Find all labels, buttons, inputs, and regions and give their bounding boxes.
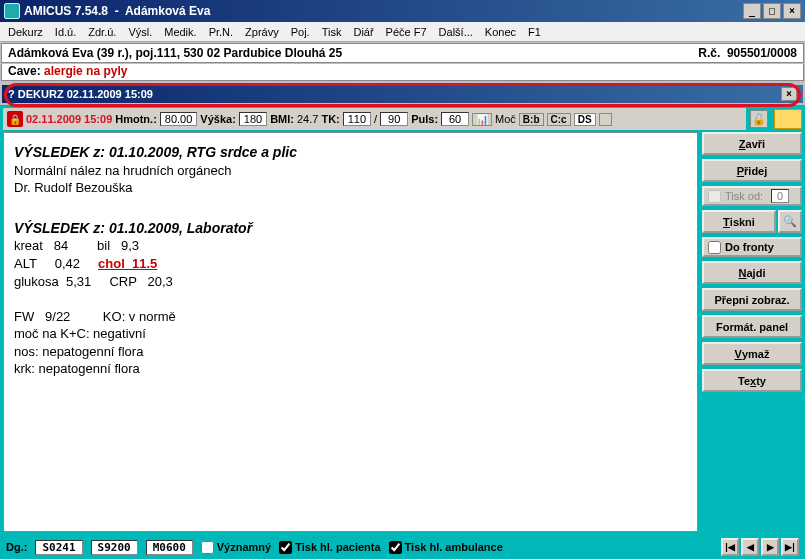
dg1-field[interactable]: S0241 <box>35 540 82 555</box>
vyska-field[interactable]: 180 <box>239 112 267 126</box>
menu-diar[interactable]: Diář <box>353 26 373 38</box>
menu-idu[interactable]: Id.ú. <box>55 26 76 38</box>
zavri-button[interactable]: Zavři <box>702 132 802 155</box>
dekurz-date: 02.11.2009 15:09 <box>26 113 112 125</box>
menu-pece[interactable]: Péče F7 <box>386 26 427 38</box>
menu-vysl[interactable]: Výsl. <box>128 26 152 38</box>
menu-zdru[interactable]: Zdr.ú. <box>88 26 116 38</box>
menu-tisk[interactable]: Tisk <box>322 26 342 38</box>
close-button[interactable]: × <box>783 3 801 19</box>
cave-bar: Cave: alergie na pyly <box>1 64 804 81</box>
minimize-button[interactable]: _ <box>743 3 761 19</box>
patient-bar: Adámková Eva (39 r.), poj.111, 530 02 Pa… <box>1 43 804 63</box>
prev-record-button[interactable]: ◀ <box>741 538 759 556</box>
side-buttons: Zavři Přidej Tisk od:0 Tiskni 🔍 Do front… <box>702 132 802 532</box>
cave-text: alergie na pyly <box>44 64 127 78</box>
subwindow-titlebar: ? DEKURZ 02.11.2009 15:09 × <box>2 85 803 103</box>
texty-button[interactable]: Texty <box>702 369 802 392</box>
format-button[interactable]: Formát. panel <box>702 315 802 338</box>
menu-poj[interactable]: Poj. <box>291 26 310 38</box>
editor-pane[interactable]: VÝSLEDEK z: 01.10.2009, RTG srdce a plic… <box>3 132 698 532</box>
preview-icon-button[interactable]: 🔍 <box>778 210 802 233</box>
ds-tab[interactable]: DS <box>574 113 596 126</box>
app-icon <box>4 3 20 19</box>
tk-sys-field[interactable]: 110 <box>343 112 371 126</box>
titlebar: AMICUS 7.54.8 - Adámková Eva _ □ × <box>0 0 805 22</box>
moc-c-tab[interactable]: C:c <box>547 113 571 126</box>
menu-dalsi[interactable]: Další... <box>439 26 473 38</box>
chart-icon[interactable]: 📊 <box>472 113 492 126</box>
maximize-button[interactable]: □ <box>763 3 781 19</box>
moc-b-tab[interactable]: B:b <box>519 113 544 126</box>
tiskni-button[interactable]: Tiskni <box>702 210 776 233</box>
menu-f1[interactable]: F1 <box>528 26 541 38</box>
pridej-button[interactable]: Přidej <box>702 159 802 182</box>
vyznamny-check[interactable]: Významný <box>201 541 271 554</box>
next-record-button[interactable]: ▶ <box>761 538 779 556</box>
tisk-pacienta-check[interactable]: Tisk hl. pacienta <box>279 541 380 554</box>
menu-prn[interactable]: Pr.N. <box>209 26 233 38</box>
tisk-ambulance-check[interactable]: Tisk hl. ambulance <box>389 541 503 554</box>
dg3-field[interactable]: M0600 <box>146 540 193 555</box>
menu-konec[interactable]: Konec <box>485 26 516 38</box>
najdi-button[interactable]: Najdi <box>702 261 802 284</box>
first-record-button[interactable]: |◀ <box>721 538 739 556</box>
extra-tab[interactable] <box>599 113 613 126</box>
menu-medik[interactable]: Medik. <box>164 26 196 38</box>
subwindow-close-button[interactable]: × <box>781 87 797 101</box>
result-heading-1: VÝSLEDEK z: 01.10.2009, RTG srdce a plic <box>14 143 687 162</box>
prepni-button[interactable]: Přepni zobraz. <box>702 288 802 311</box>
vymaz-button[interactable]: Vymaž <box>702 342 802 365</box>
dg2-field[interactable]: S9200 <box>91 540 138 555</box>
lock-icon[interactable]: 🔒 <box>7 111 23 127</box>
vital-bar: 🔒 02.11.2009 15:09 Hmotn.:80.00 Výška:18… <box>3 108 746 130</box>
footer-bar: Dg.: S0241 S9200 M0600 Významný Tisk hl.… <box>0 535 805 559</box>
last-record-button[interactable]: ▶| <box>781 538 799 556</box>
book-icon[interactable] <box>774 109 802 129</box>
window-title: AMICUS 7.54.8 - Adámková Eva <box>24 4 743 18</box>
tk-dia-field[interactable]: 90 <box>380 112 408 126</box>
menu-dekurz[interactable]: Dekurz <box>8 26 43 38</box>
result-heading-2: VÝSLEDEK z: 01.10.2009, Laboratoř <box>14 219 687 238</box>
menubar: Dekurz Id.ú. Zdr.ú. Výsl. Medik. Pr.N. Z… <box>0 22 805 42</box>
padlock-icon[interactable]: 🔓 <box>750 110 768 128</box>
patient-line: Adámková Eva (39 r.), poj.111, 530 02 Pa… <box>8 46 342 60</box>
menu-zpravy[interactable]: Zprávy <box>245 26 279 38</box>
patient-rc: R.č. 905501/0008 <box>698 46 797 60</box>
chol-abnormal: chol 11.5 <box>98 256 157 271</box>
tiskod-check[interactable]: Tisk od:0 <box>702 186 802 206</box>
dofronty-check[interactable]: Do fronty <box>702 237 802 257</box>
puls-field[interactable]: 60 <box>441 112 469 126</box>
hmotn-field[interactable]: 80.00 <box>160 112 198 126</box>
